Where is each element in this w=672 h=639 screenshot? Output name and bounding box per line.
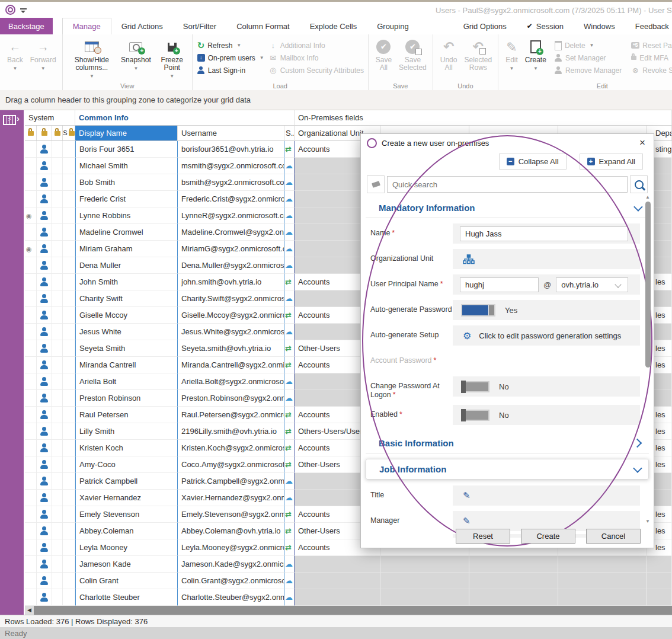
clear-search-button[interactable] [367, 175, 385, 193]
revoke-session-button[interactable]: ⊗Revoke Session T [631, 64, 672, 76]
display-name-cell[interactable]: Emely Stevenson [75, 506, 178, 523]
back-button[interactable]: ← Back▼ [4, 38, 27, 74]
display-name-cell[interactable]: Boris Four 3651 [75, 141, 178, 158]
undo-selected-rows-button[interactable]: ↶ SelectedRows [460, 38, 495, 73]
username-cell[interactable]: Giselle.Mccoy@sygx2.onmicro [178, 307, 284, 324]
mailbox-info-button[interactable]: ✉Mailbox Info [269, 52, 364, 64]
tab-grid-actions[interactable]: Grid Actions [111, 18, 173, 34]
username-cell[interactable]: john.smith@ovh.ytria.io [178, 274, 284, 290]
display-name-cell[interactable]: Miranda Cantrell [75, 357, 178, 373]
scroll-up-arrow-icon[interactable]: ▲ [645, 194, 650, 200]
username-cell[interactable]: Jameson.Kade@sygx2.onmicro [178, 556, 284, 573]
username-cell[interactable]: Preston.Robinson@sygx2.onmi [178, 390, 284, 407]
reset-password-button[interactable]: *5Reset Password [631, 39, 672, 52]
organizational-unit-cell[interactable] [295, 573, 380, 589]
dialog-scrollbar[interactable]: ▲ ▼ [645, 194, 652, 524]
tab-column-format[interactable]: Column Format [226, 18, 300, 34]
edit-button[interactable]: ✎ Edit▼ [502, 38, 521, 74]
column-header-username[interactable]: Username [178, 126, 284, 141]
expand-panel-icon[interactable]: › [17, 114, 20, 123]
edit-mfa-button[interactable]: Edit MFA [631, 52, 672, 64]
display-name-cell[interactable]: Miriam Graham [75, 241, 178, 257]
display-name-cell[interactable]: Xavier Hernandez [75, 490, 178, 506]
column-header-sync[interactable]: S... [284, 126, 295, 141]
grid-side-panel[interactable]: ⚡ › [0, 110, 24, 615]
display-name-cell[interactable]: Patrick Campbell [75, 473, 178, 490]
refresh-button[interactable]: ↻Refresh▼ [197, 39, 264, 52]
username-cell[interactable]: msmith@sygx2.onmicrosoft.co [178, 158, 284, 174]
column-header-lock-3[interactable] [52, 126, 63, 141]
display-name-cell[interactable]: Preston Robinson [75, 390, 178, 407]
username-cell[interactable]: Emely.Stevenson@sygx2.onmic [178, 506, 284, 523]
onprem-users-button[interactable]: ↓On-prem users▼ [197, 52, 264, 64]
username-cell[interactable]: bsmith@sygx2.onmicrosoft.co [178, 174, 284, 191]
display-name-cell[interactable]: Charlotte Steuber [75, 589, 178, 606]
cancel-button[interactable]: Cancel [586, 529, 641, 544]
tab-grouping[interactable]: Grouping [367, 18, 418, 34]
username-cell[interactable]: LynneR@sygx2.onmicrosoft.co [178, 207, 284, 224]
display-name-cell[interactable]: Abbey.Coleman [75, 523, 178, 539]
username-cell[interactable]: MiriamG@sygx2.onmicrosoft.c [178, 241, 284, 257]
column-header-lock-1[interactable] [25, 126, 37, 141]
group-header-onprem-fields[interactable]: On-Premises fields [295, 110, 672, 126]
username-cell[interactable]: Abbey.Coleman@ovh.ytria.io [178, 523, 284, 539]
display-name-cell[interactable]: Charity Swift [75, 290, 178, 307]
display-name-cell[interactable]: Jameson Kade [75, 556, 178, 573]
undo-all-button[interactable]: ↶ UndoAll [437, 38, 461, 73]
scroll-down-arrow-icon[interactable]: ▼ [645, 519, 650, 524]
column-header-lock-2[interactable] [37, 126, 52, 141]
save-selected-button[interactable]: ✔ SaveSelected [395, 38, 430, 73]
close-icon[interactable]: × [637, 137, 648, 149]
display-name-cell[interactable]: Seyeta Smith [75, 340, 178, 357]
group-header-common-info[interactable]: Common Info [75, 110, 295, 126]
username-cell[interactable]: Ariella.Bolt@sygx2.onmicrosof [178, 373, 284, 390]
column-header-lock-4[interactable]: S [63, 126, 75, 141]
display-name-cell[interactable]: Frederic Crist [75, 191, 178, 207]
group-header-system[interactable]: System [25, 110, 75, 126]
tab-sort-filter[interactable]: Sort/Filter [173, 18, 226, 34]
expand-all-button[interactable]: +Expand All [580, 154, 643, 170]
create-confirm-button[interactable]: Create [521, 529, 575, 544]
username-cell[interactable]: Frederic.Crist@sygx2.onmicros [178, 191, 284, 207]
tab-feedback[interactable]: Feedback [625, 18, 672, 34]
set-manager-button[interactable]: Set Manager [555, 52, 622, 64]
display-name-cell[interactable]: John Smith [75, 274, 178, 290]
username-cell[interactable]: Madeline.Cromwel@sygx2.onn [178, 224, 284, 241]
username-cell[interactable]: Kristen.Koch@sygx2.onmicros [178, 440, 284, 456]
table-row[interactable]: ◉ Charlotte Steuber Charlotte.Steuber@sy… [25, 589, 672, 606]
username-cell[interactable]: Patrick.Campbell@sygx2.onmic [178, 473, 284, 490]
username-cell[interactable]: Raul.Petersen@sygx2.onmicros [178, 407, 284, 423]
tab-backstage[interactable]: Backstage [0, 18, 53, 34]
display-name-cell[interactable]: Lilly Smith [75, 423, 178, 440]
username-cell[interactable]: 2196Lilly.smith@ovh.ytria.io [178, 423, 284, 440]
create-button[interactable]: + Create▼ [521, 38, 550, 74]
search-button[interactable] [630, 175, 648, 193]
username-cell[interactable]: Xavier.Hernandez@sygx2.onmi [178, 490, 284, 506]
display-name-cell[interactable]: Raul Petersen [75, 407, 178, 423]
username-cell[interactable]: Dena.Muller@sygx2.onmicrosc [178, 257, 284, 274]
username-cell[interactable]: Coco.Amy@sygx2.onmicrosoft [178, 456, 284, 473]
display-name-cell[interactable]: Bob Smith [75, 174, 178, 191]
additional-info-button[interactable]: ↓Additional Info [269, 39, 364, 52]
display-name-cell[interactable]: Kristen Koch [75, 440, 178, 456]
display-name-cell[interactable]: Michael Smith [75, 158, 178, 174]
display-name-cell[interactable]: Ariella Bolt [75, 373, 178, 390]
last-signin-button[interactable]: Last Sign-in [197, 64, 264, 76]
tab-manage[interactable]: Manage [62, 18, 111, 34]
username-cell[interactable]: Charity.Swift@sygx2.onmicros [178, 290, 284, 307]
column-header-display-name[interactable]: Display Name [75, 126, 178, 141]
username-cell[interactable]: borisfour3651@ovh.ytria.io [178, 141, 284, 158]
scrollbar-thumb[interactable] [645, 202, 651, 368]
username-cell[interactable]: Seyeta.smith@ovh.ytria.io [178, 340, 284, 357]
freeze-point-button[interactable]: + Freeze Point▼ [155, 38, 190, 81]
display-name-cell[interactable]: Lynne Robbins [75, 207, 178, 224]
delete-button[interactable]: Delete▼ [555, 39, 622, 52]
display-name-cell[interactable]: Colin Grant [75, 573, 178, 589]
display-name-cell[interactable]: Madeline Cromwel [75, 224, 178, 241]
grouping-drop-zone[interactable]: Drag a column header to this grouping zo… [0, 90, 672, 110]
scroll-left-arrow-icon[interactable]: ◀ [25, 606, 34, 615]
quick-access-menu-icon[interactable] [20, 8, 27, 9]
display-name-cell[interactable]: Giselle Mccoy [75, 307, 178, 324]
display-name-cell[interactable]: Amy-Coco [75, 456, 178, 473]
save-all-button[interactable]: ✔ SaveAll [372, 38, 395, 73]
